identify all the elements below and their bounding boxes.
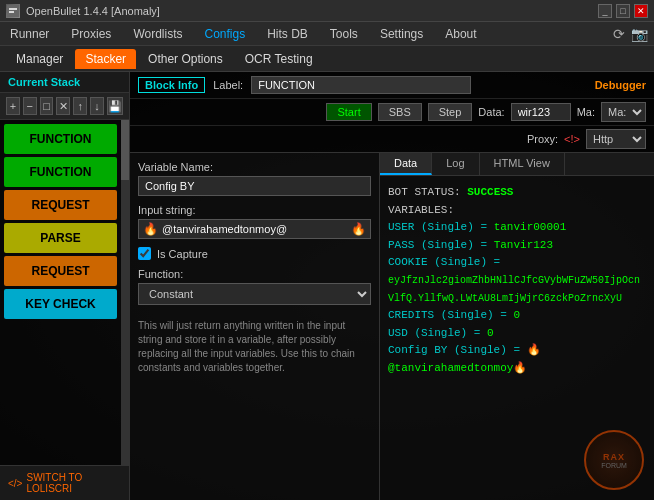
var-configby: Config BY (Single) = 🔥@tanvirahamedtonmo… xyxy=(388,342,646,377)
switch-label: SWITCH TO LOLISCRI xyxy=(26,472,121,494)
var-configby-name: Config BY (Single) = xyxy=(388,344,527,356)
proxy-type-select[interactable]: Http xyxy=(586,129,646,149)
menu-configs[interactable]: Configs xyxy=(201,25,250,43)
stack-item-request2[interactable]: REQUEST xyxy=(4,256,117,286)
input-string-row: Input string: 🔥 🔥 xyxy=(138,204,371,239)
input-string-field[interactable]: 🔥 🔥 xyxy=(138,219,371,239)
var-cookie: COOKIE (Single) = eyJfznJlc2giomZhbHNllC… xyxy=(388,254,646,307)
maximize-button[interactable]: □ xyxy=(616,4,630,18)
var-usd-value: 0 xyxy=(487,327,494,339)
tab-data[interactable]: Data xyxy=(380,153,432,175)
add-block-button[interactable]: + xyxy=(6,97,20,115)
var-cookie-name: COOKIE (Single) = xyxy=(388,256,500,268)
copy-block-button[interactable]: □ xyxy=(40,97,54,115)
move-down-button[interactable]: ↓ xyxy=(90,97,104,115)
stack-panel: Current Stack + − □ ✕ ↑ ↓ 💾 FUNCTION FUN… xyxy=(0,72,130,500)
menu-about[interactable]: About xyxy=(441,25,480,43)
input-string-input[interactable] xyxy=(162,223,347,235)
tab-bar: Manager Stacker Other Options OCR Testin… xyxy=(0,46,654,72)
var-pass-name: PASS (Single) = xyxy=(388,239,494,251)
menu-wordlists[interactable]: Wordlists xyxy=(129,25,186,43)
stack-item-request1[interactable]: REQUEST xyxy=(4,190,117,220)
save-stack-button[interactable]: 💾 xyxy=(107,97,123,115)
label-text: Label: xyxy=(213,79,243,91)
stack-item-keycheck[interactable]: KEY CHECK xyxy=(4,289,117,319)
var-pass: PASS (Single) = Tanvir123 xyxy=(388,237,646,255)
watermark-circle: RAX FORUM xyxy=(584,430,644,490)
app-icon xyxy=(6,4,20,18)
function-label: Function: xyxy=(138,268,371,280)
proxy-value: <!> xyxy=(564,133,580,145)
title-bar-left: OpenBullet 1.4.4 [Anomaly] xyxy=(6,4,160,18)
tab-stacker[interactable]: Stacker xyxy=(75,49,136,69)
flame-left-icon: 🔥 xyxy=(143,222,158,236)
stack-toolbar: + − □ ✕ ↑ ↓ 💾 xyxy=(0,93,129,120)
remove-block-button[interactable]: − xyxy=(23,97,37,115)
main-area: Current Stack + − □ ✕ ↑ ↓ 💾 FUNCTION FUN… xyxy=(0,72,654,500)
delete-block-button[interactable]: ✕ xyxy=(56,97,70,115)
sbs-button[interactable]: SBS xyxy=(378,103,422,121)
tab-other-options[interactable]: Other Options xyxy=(138,49,233,69)
right-panel: Block Info Label: Debugger Start SBS Ste… xyxy=(130,72,654,500)
is-capture-label: Is Capture xyxy=(157,248,208,260)
label-input[interactable] xyxy=(251,76,471,94)
variable-name-row: Variable Name: xyxy=(138,161,371,196)
camera-icon: 📷 xyxy=(631,26,648,42)
stack-item-parse[interactable]: PARSE xyxy=(4,223,117,253)
tab-log[interactable]: Log xyxy=(432,153,479,175)
ma-select[interactable]: Ma: xyxy=(601,102,646,122)
stack-label: Current Stack xyxy=(8,76,80,88)
var-credits-name: CREDITS (Single) = xyxy=(388,309,513,321)
watermark-sub: FORUM xyxy=(601,462,627,469)
config-description: This will just return anything written i… xyxy=(138,319,371,375)
stack-items-list: FUNCTION FUNCTION REQUEST PARSE REQUEST … xyxy=(0,120,121,465)
is-capture-checkbox[interactable] xyxy=(138,247,151,260)
var-user-name: USER (Single) = xyxy=(388,221,494,233)
stack-scrollbar[interactable] xyxy=(121,120,129,465)
data-input[interactable] xyxy=(511,103,571,121)
status-label: BOT STATUS: xyxy=(388,186,461,198)
function-row: Function: Constant Base64 Encode Base64 … xyxy=(138,268,371,305)
data-label: Data: xyxy=(478,106,504,118)
var-usd: USD (Single) = 0 xyxy=(388,325,646,343)
tab-ocr-testing[interactable]: OCR Testing xyxy=(235,49,323,69)
start-button[interactable]: Start xyxy=(326,103,371,121)
stack-scroll-thumb xyxy=(121,120,129,180)
variable-name-input[interactable] xyxy=(138,176,371,196)
watermark: RAX FORUM xyxy=(584,430,644,490)
variables-header: VARIABLES: xyxy=(388,202,646,220)
stack-item-function1[interactable]: FUNCTION xyxy=(4,124,117,154)
menu-runner[interactable]: Runner xyxy=(6,25,53,43)
move-up-button[interactable]: ↑ xyxy=(73,97,87,115)
var-cookie-value: eyJfznJlc2giomZhbHNllCJfcGVybWFuZW50IjpO… xyxy=(388,275,640,304)
rotate-icon: ⟳ xyxy=(613,26,625,42)
watermark-text: RAX xyxy=(603,452,625,462)
menu-settings[interactable]: Settings xyxy=(376,25,427,43)
stack-header: Current Stack xyxy=(0,72,129,93)
ma-label: Ma: xyxy=(577,106,595,118)
input-string-label: Input string: xyxy=(138,204,371,216)
switch-to-loliscript-button[interactable]: </> SWITCH TO LOLISCRI xyxy=(0,465,129,500)
var-user-value: tanvir00001 xyxy=(494,221,567,233)
middle-area: Variable Name: Input string: 🔥 🔥 Is Capt… xyxy=(130,153,654,500)
var-usd-name: USD (Single) = xyxy=(388,327,487,339)
stack-item-function2[interactable]: FUNCTION xyxy=(4,157,117,187)
window-controls[interactable]: _ □ ✕ xyxy=(598,4,648,18)
block-info-title: Block Info xyxy=(138,77,205,93)
debugger-title: Debugger xyxy=(595,79,646,91)
minimize-button[interactable]: _ xyxy=(598,4,612,18)
step-button[interactable]: Step xyxy=(428,103,473,121)
bot-status-line: BOT STATUS: SUCCESS xyxy=(388,184,646,202)
menu-proxies[interactable]: Proxies xyxy=(67,25,115,43)
proxy-label: Proxy: xyxy=(527,133,558,145)
tab-manager[interactable]: Manager xyxy=(6,49,73,69)
menu-hitsdb[interactable]: Hits DB xyxy=(263,25,312,43)
menu-tools[interactable]: Tools xyxy=(326,25,362,43)
var-pass-value: Tanvir123 xyxy=(494,239,553,251)
close-button[interactable]: ✕ xyxy=(634,4,648,18)
variable-name-label: Variable Name: xyxy=(138,161,371,173)
tab-html-view[interactable]: HTML View xyxy=(480,153,565,175)
window-title: OpenBullet 1.4.4 [Anomaly] xyxy=(26,5,160,17)
function-select[interactable]: Constant Base64 Encode Base64 Decode MD5… xyxy=(138,283,371,305)
output-tabs: Data Log HTML View xyxy=(380,153,654,176)
